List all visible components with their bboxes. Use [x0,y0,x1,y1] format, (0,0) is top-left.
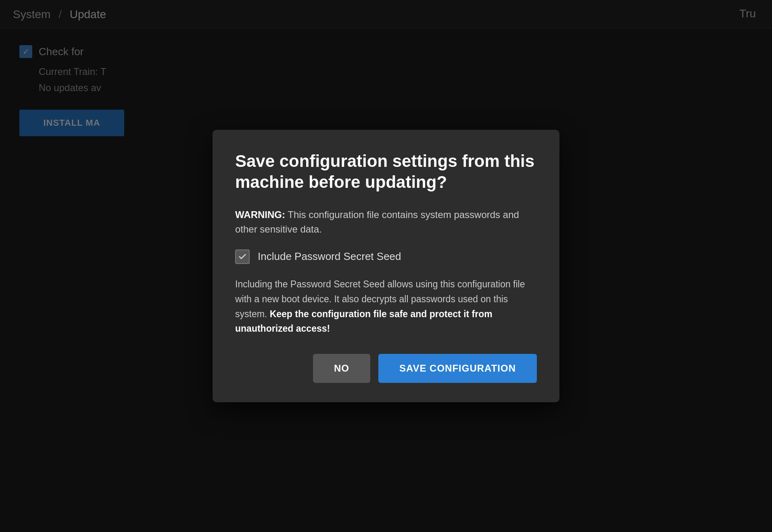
modal-warning: WARNING: This configuration file contain… [235,208,537,237]
include-seed-checkbox[interactable] [235,249,250,264]
checkmark-icon [238,252,247,261]
checkbox-row: Include Password Secret Seed [235,249,537,264]
modal-overlay: Save configuration settings from this ma… [0,0,772,532]
warning-prefix: WARNING: [235,209,285,220]
checkbox-label: Include Password Secret Seed [258,250,401,263]
modal-dialog: Save configuration settings from this ma… [213,130,559,402]
modal-description: Including the Password Secret Seed allow… [235,277,537,336]
save-configuration-button[interactable]: SAVE CONFIGURATION [378,354,537,383]
description-bold: Keep the configuration file safe and pro… [235,309,492,334]
modal-title: Save configuration settings from this ma… [235,151,537,193]
modal-buttons: NO SAVE CONFIGURATION [235,354,537,383]
no-button[interactable]: NO [313,354,370,383]
